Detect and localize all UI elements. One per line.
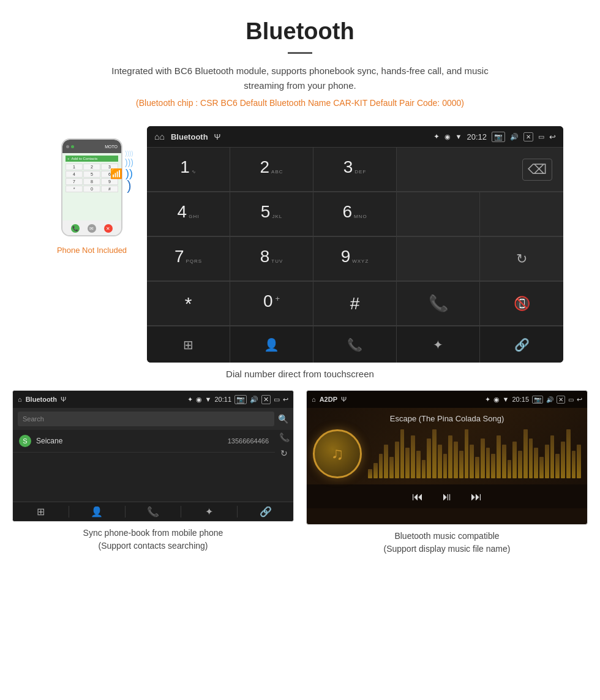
key-empty-backspace-area: ⌫ [397,148,563,192]
header-divider [288,52,312,54]
music-song-title: Escape (The Pina Colada Song) [390,414,504,423]
car-dial-screen: ⌂ Bluetooth Ψ ✦ ◉ ▼ 20:12 📷 🔊 ✕ ▭ ↩ 1∿ [147,126,563,363]
music-time: 20:15 [512,396,529,403]
toolbar-contacts[interactable]: 👤 [230,326,313,363]
music-controls: ⏮ ⏯ ⏭ [307,484,587,508]
key-5[interactable]: 5JKL [230,192,313,236]
key-call-red[interactable]: 📵 [480,282,563,326]
camera-icon[interactable]: 📷 [492,132,505,142]
close-icon[interactable]: ✕ [523,132,533,141]
page-header: Bluetooth Integrated with BC6 Bluetooth … [0,0,600,126]
music-screen: ⌂ A2DP Ψ ✦ ◉ ▼ 20:15 📷 🔊 ✕ ▭ ↩ E [306,390,588,525]
phonebook-caption: Sync phone-book from mobile phone(Suppor… [12,527,294,552]
back-icon[interactable]: ↩ [549,132,556,141]
key-2[interactable]: 2ABC [230,148,313,192]
signal-icon: ▼ [456,133,462,140]
pb-status-left: ⌂ Bluetooth Ψ [18,396,66,403]
music-vol-icon[interactable]: 🔊 [546,396,553,403]
pb-home-icon[interactable]: ⌂ [18,396,22,403]
key-0[interactable]: 0+ [230,282,313,326]
key-9[interactable]: 9WXYZ [313,237,397,281]
pb-search-bar[interactable]: Search [18,412,274,426]
key-4[interactable]: 4GHI [147,192,230,236]
music-sig-icon: ▼ [503,396,509,403]
header-description: Integrated with BC6 Bluetooth module, su… [104,64,496,93]
pb-search-placeholder: Search [23,415,269,423]
music-home-icon[interactable]: ⌂ [312,396,316,403]
pb-empty-space [13,453,275,502]
music-album-art: ♫ [313,429,362,478]
backspace-icon[interactable]: ⌫ [522,159,552,181]
pb-toolbar-grid[interactable]: ⊞ [13,506,69,517]
pb-vol-icon[interactable]: 🔊 [250,396,258,404]
pb-contact-avatar: S [19,435,31,447]
music-area: ♫ [307,429,587,478]
key-empty-r2c4 [397,192,480,236]
dial-status-bar: ⌂ Bluetooth Ψ ✦ ◉ ▼ 20:12 📷 🔊 ✕ ▭ ↩ [147,126,563,147]
pb-close-icon[interactable]: ✕ [261,395,271,404]
pb-side-call-icon[interactable]: 📞 [277,430,292,445]
pb-win-icon[interactable]: ▭ [274,396,280,404]
key-1[interactable]: 1∿ [147,148,230,192]
key-star[interactable]: * [147,282,230,326]
window-icon[interactable]: ▭ [538,133,544,141]
phone-call-btn: 📞 [71,224,80,233]
pb-list: S Seicane 13566664466 [13,430,275,502]
music-loc-icon: ◉ [493,396,500,404]
phone-bottom: 📞 ✉ ✕ [62,220,121,236]
toolbar-phone[interactable]: 📞 [313,326,397,363]
pb-contact-row[interactable]: S Seicane 13566664466 [13,430,275,453]
key-7[interactable]: 7PQRS [147,237,230,281]
dial-section: MOTO +Add to Contacts 123 456 789 *0# 📞 [0,126,600,363]
toolbar-bluetooth[interactable]: ✦ [397,326,480,363]
key-8[interactable]: 8TUV [230,237,313,281]
pb-bt-icon: ✦ [187,396,193,404]
music-status-right: ✦ ◉ ▼ 20:15 📷 🔊 ✕ ▭ ↩ [485,396,582,404]
bt-status-icon: ✦ [433,132,440,141]
pb-back-icon[interactable]: ↩ [283,396,288,404]
music-next-btn[interactable]: ⏭ [471,491,482,503]
dial-caption: Dial number direct from touchscreen [0,369,600,379]
key-reload[interactable]: ↻ [480,237,563,281]
home-icon[interactable]: ⌂ [154,132,165,141]
pb-toolbar-phone[interactable]: 📞 [126,506,182,517]
status-left: ⌂ Bluetooth Ψ [154,132,220,141]
pb-toolbar-contacts[interactable]: 👤 [69,506,126,517]
music-status-left: ⌂ A2DP Ψ [312,396,347,403]
key-3[interactable]: 3DEF [313,148,397,192]
music-play-pause-btn[interactable]: ⏯ [441,491,452,503]
music-back-icon[interactable]: ↩ [577,396,582,404]
toolbar-grid[interactable]: ⊞ [147,326,230,363]
music-win-icon[interactable]: ▭ [568,396,574,403]
music-cam-icon[interactable]: 📷 [532,396,543,404]
pb-cam-icon[interactable]: 📷 [234,395,247,404]
music-status-bar: ⌂ A2DP Ψ ✦ ◉ ▼ 20:15 📷 🔊 ✕ ▭ ↩ [307,391,587,408]
pb-time: 20:11 [214,396,231,403]
phone-dot-green [71,145,74,148]
pb-side-reload-icon[interactable]: ↻ [278,446,290,461]
phone-dot [66,145,69,148]
pb-sig-icon: ▼ [205,396,212,403]
toolbar-link[interactable]: 🔗 [480,326,563,363]
bottom-screens: ⌂ Bluetooth Ψ ✦ ◉ ▼ 20:11 📷 🔊 ✕ ▭ ↩ [0,390,600,568]
dial-row-1: 1∿ 2ABC 3DEF ⌫ [147,147,563,192]
dial-app-name: Bluetooth [171,132,208,141]
pb-toolbar-bt[interactable]: ✦ [181,506,238,517]
location-icon: ◉ [444,133,451,141]
pb-loc-icon: ◉ [196,396,202,404]
volume-icon[interactable]: 🔊 [510,133,519,141]
phonebook-caption-text: Sync phone-book from mobile phone(Suppor… [83,528,223,551]
phone-screen-title: +Add to Contacts [66,156,118,162]
phone-not-included-label: Phone Not Included [37,246,147,255]
pb-search-icon[interactable]: 🔍 [278,414,288,424]
pb-toolbar-link[interactable]: 🔗 [238,506,293,517]
music-prev-btn[interactable]: ⏮ [412,491,423,503]
music-close-icon[interactable]: ✕ [557,396,565,404]
key-call-green[interactable]: 📞 [397,282,480,326]
music-bt-icon: ✦ [485,396,490,404]
key-6[interactable]: 6MNO [313,192,397,236]
phone-body: MOTO +Add to Contacts 123 456 789 *0# 📞 [61,138,122,236]
pb-search-row: Search 🔍 [13,408,293,430]
pb-contact-number: 13566664466 [228,437,269,445]
key-hash[interactable]: # [313,282,397,326]
